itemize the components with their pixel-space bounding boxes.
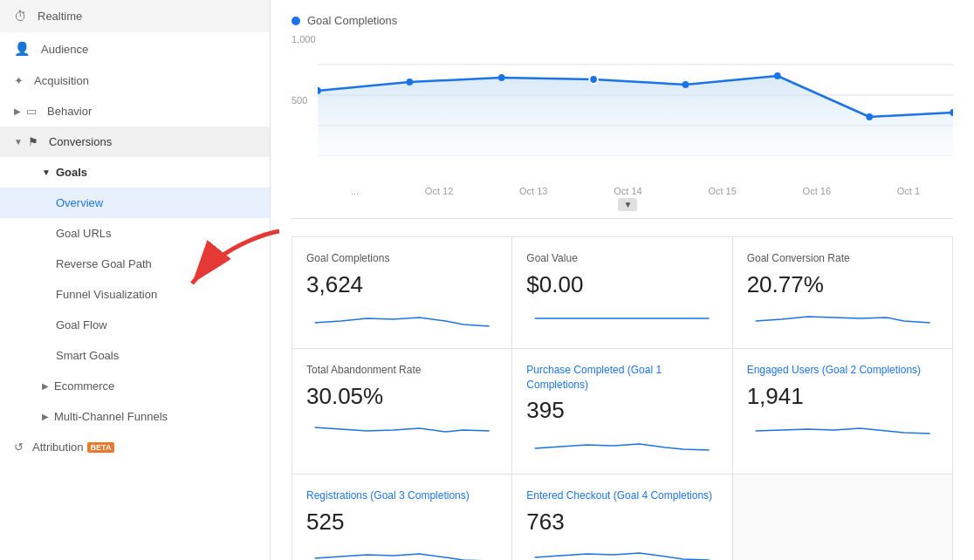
legend-label: Goal Completions [307,14,397,27]
metric-value-purchase-completed: 395 [526,397,717,424]
main-content: Goal Completions 1,000 500 [271,0,974,560]
svg-point-10 [774,72,781,79]
sidebar-item-attribution[interactable]: ↺ Attribution BETA [0,432,270,462]
legend-dot [292,17,300,25]
mini-chart-total-abandonment-rate [306,417,497,443]
behavior-arrow-icon: ▶ [14,106,21,116]
beta-badge: BETA [87,442,115,453]
metric-label-registrations: Registrations (Goal 3 Completions) [306,488,497,503]
sidebar-item-audience[interactable]: 👤 Audience [0,32,270,65]
behavior-icon: ▭ [26,105,37,118]
metric-label-entered-checkout: Entered Checkout (Goal 4 Completions) [526,488,717,503]
x-label-oct15: Oct 15 [708,186,736,211]
metric-label-engaged-users: Engaged Users (Goal 2 Completions) [747,363,938,378]
x-label-0: ... [351,186,359,211]
y-label-top: 1,000 [292,34,316,44]
metric-label-goal-value: Goal Value [526,251,717,266]
svg-point-9 [682,81,689,88]
chart-area: Goal Completions 1,000 500 [292,0,953,219]
goals-arrow-icon: ▼ [42,167,51,177]
sidebar-item-reverse-goal-path[interactable]: Reverse Goal Path [0,249,270,279]
metrics-grid: Goal Completions 3,624 Goal Value $0.00 … [292,236,953,560]
metric-card-registrations: Registrations (Goal 3 Completions) 525 [292,475,511,560]
sidebar-item-overview[interactable]: Overview [0,188,270,218]
acquisition-icon: ✦ [14,74,24,87]
mini-chart-purchase-completed [526,431,717,457]
svg-point-11 [866,113,873,120]
x-label-oct14: Oct 14 ▼ [614,186,641,211]
metric-card-goal-conversion-rate: Goal Conversion Rate 20.77% [733,237,952,348]
x-label-oct12: Oct 12 [425,186,453,211]
mini-chart-engaged-users [747,417,938,443]
chart-legend: Goal Completions [292,14,953,27]
multichannel-arrow-icon: ▶ [42,412,49,421]
conversions-icon: ⚑ [28,135,38,148]
svg-point-6 [407,79,414,85]
sidebar-item-realtime[interactable]: ⏱ Realtime [0,0,270,32]
sidebar-goals-header[interactable]: ▼ Goals [0,157,270,188]
line-chart-container: 1,000 500 [292,34,953,182]
ecommerce-arrow-icon: ▶ [42,381,49,391]
conversions-arrow-icon: ▼ [14,137,23,147]
metric-card-empty [733,475,952,560]
metric-value-engaged-users: 1,941 [747,383,938,410]
x-label-oct1: Oct 1 [897,186,920,211]
sidebar-item-conversions[interactable]: ▼ ⚑ Conversions [0,126,270,157]
metric-card-goal-value: Goal Value $0.00 [512,237,731,348]
metric-card-purchase-completed: Purchase Completed (Goal 1 Completions) … [512,349,731,475]
metric-label-goal-conversion-rate: Goal Conversion Rate [747,251,938,266]
purchase-completed-link[interactable]: Purchase Completed (Goal 1 Completions) [526,364,662,391]
sidebar-item-multichannel[interactable]: ▶ Multi-Channel Funnels [0,401,270,432]
metric-card-engaged-users: Engaged Users (Goal 2 Completions) 1,941 [733,349,952,475]
metric-card-entered-checkout: Entered Checkout (Goal 4 Completions) 76… [512,475,731,560]
chart-x-labels: ... Oct 12 Oct 13 Oct 14 ▼ Oct 15 Oct 16… [292,182,953,218]
metric-value-entered-checkout: 763 [526,509,717,536]
sidebar-item-behavior[interactable]: ▶ ▭ Behavior [0,96,270,126]
sidebar-item-funnel-visualization[interactable]: Funnel Visualization [0,279,270,310]
metric-card-total-abandonment-rate: Total Abandonment Rate 30.05% [292,349,511,475]
mini-chart-registrations [306,543,497,560]
mini-chart-goal-value [526,305,717,331]
audience-icon: 👤 [14,41,31,57]
svg-point-8 [589,75,598,84]
entered-checkout-link[interactable]: Entered Checkout (Goal 4 Completions) [526,489,712,502]
metric-value-total-abandonment-rate: 30.05% [306,383,497,410]
metric-value-goal-completions: 3,624 [306,271,497,298]
metric-label-purchase-completed: Purchase Completed (Goal 1 Completions) [526,363,717,393]
metric-label-total-abandonment-rate: Total Abandonment Rate [306,363,497,378]
chart-y-labels: 1,000 500 [292,34,316,156]
mini-chart-goal-conversion-rate [747,305,938,331]
registrations-link[interactable]: Registrations (Goal 3 Completions) [306,489,470,502]
line-chart-svg [318,34,953,156]
svg-point-7 [498,74,505,81]
oct14-drop-indicator[interactable]: ▼ [618,198,637,211]
metric-card-goal-completions: Goal Completions 3,624 [292,237,511,348]
mini-chart-entered-checkout [526,543,717,560]
x-label-oct13: Oct 13 [519,186,547,211]
sidebar: ⏱ Realtime 👤 Audience ✦ Acquisition ▶ ▭ … [0,0,271,560]
mini-chart-goal-completions [306,305,497,331]
sidebar-item-ecommerce[interactable]: ▶ Ecommerce [0,371,270,401]
metric-value-goal-conversion-rate: 20.77% [747,271,938,298]
attribution-icon: ↺ [14,440,24,454]
engaged-users-link[interactable]: Engaged Users (Goal 2 Completions) [747,364,921,376]
sidebar-item-goal-flow[interactable]: Goal Flow [0,310,270,340]
y-label-mid: 500 [292,95,316,106]
x-label-oct16: Oct 16 [803,186,831,211]
metric-label-goal-completions: Goal Completions [306,251,497,266]
sidebar-item-goal-urls[interactable]: Goal URLs [0,218,270,249]
realtime-icon: ⏱ [14,9,27,24]
metric-value-registrations: 525 [306,509,497,536]
sidebar-item-acquisition[interactable]: ✦ Acquisition [0,65,270,96]
metric-value-goal-value: $0.00 [526,271,717,298]
svg-marker-4 [318,76,953,156]
sidebar-item-smart-goals[interactable]: Smart Goals [0,340,270,371]
